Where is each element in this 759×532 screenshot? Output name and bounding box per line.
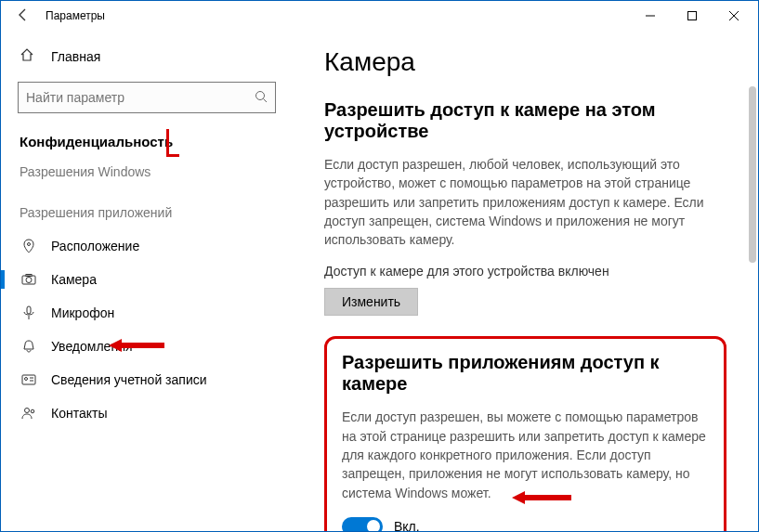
change-button[interactable]: Изменить [324, 288, 418, 316]
search-input[interactable] [26, 90, 255, 105]
svg-point-6 [28, 243, 31, 246]
microphone-icon [20, 305, 38, 320]
nav-camera[interactable]: Камера [1, 263, 293, 296]
annotation-highlight: Разрешить приложениям доступ к камере Ес… [324, 336, 726, 531]
nav-label: Сведения учетной записи [51, 372, 207, 387]
home-nav[interactable]: Главная [1, 38, 293, 74]
svg-rect-10 [27, 306, 31, 314]
svg-point-12 [25, 378, 28, 381]
search-icon [255, 90, 268, 106]
toggle-state-label: Вкл. [394, 519, 420, 531]
home-label: Главная [51, 49, 100, 64]
nav-notifications[interactable]: Уведомления [1, 330, 293, 363]
close-button[interactable] [713, 2, 754, 30]
nav-location[interactable]: Расположение [1, 229, 293, 263]
nav-label: Уведомления [51, 339, 133, 354]
svg-point-8 [26, 278, 32, 283]
id-card-icon [20, 372, 38, 387]
group-app-perms: Разрешения приложений [1, 192, 293, 229]
apps-description: Если доступ разрешен, вы можете с помощь… [342, 408, 709, 501]
svg-point-15 [25, 409, 30, 413]
nav-contacts[interactable]: Контакты [1, 396, 293, 430]
annotation-connector [166, 129, 179, 157]
svg-rect-11 [22, 375, 35, 384]
nav-microphone[interactable]: Микрофон [1, 296, 293, 330]
sidebar: Главная Конфиденциальность Разрешения Wi… [1, 31, 293, 531]
subheader-windows-perms: Разрешения Windows [1, 157, 293, 192]
nav-label: Расположение [51, 239, 139, 253]
maximize-button[interactable] [671, 2, 713, 30]
device-access-status: Доступ к камере для этого устройства вкл… [324, 264, 726, 279]
contacts-icon [20, 406, 38, 421]
titlebar: Параметры [1, 1, 758, 31]
scrollbar[interactable] [749, 86, 756, 263]
svg-rect-1 [687, 12, 696, 20]
back-button[interactable] [8, 8, 38, 24]
home-icon [20, 47, 38, 65]
bell-icon [20, 339, 38, 354]
minimize-button[interactable] [629, 2, 671, 30]
device-description: Если доступ разрешен, любой человек, исп… [324, 155, 726, 249]
nav-account-info[interactable]: Сведения учетной записи [1, 363, 293, 396]
window-title: Параметры [46, 9, 105, 22]
search-box[interactable] [18, 82, 276, 113]
page-title: Камера [324, 47, 726, 77]
location-icon [20, 239, 38, 253]
section-heading-device: Разрешить доступ к камере на этом устрой… [324, 99, 726, 142]
svg-point-16 [31, 409, 34, 413]
camera-icon [20, 272, 38, 287]
section-heading-apps: Разрешить приложениям доступ к камере [342, 352, 709, 395]
svg-point-4 [256, 91, 265, 99]
svg-line-5 [264, 98, 268, 102]
nav-label: Микрофон [51, 305, 114, 320]
apps-access-toggle[interactable] [342, 517, 383, 531]
nav-label: Контакты [51, 406, 107, 421]
nav-label: Камера [51, 272, 97, 287]
section-privacy: Конфиденциальность [1, 126, 293, 157]
main-content: Камера Разрешить доступ к камере на этом… [293, 31, 758, 531]
